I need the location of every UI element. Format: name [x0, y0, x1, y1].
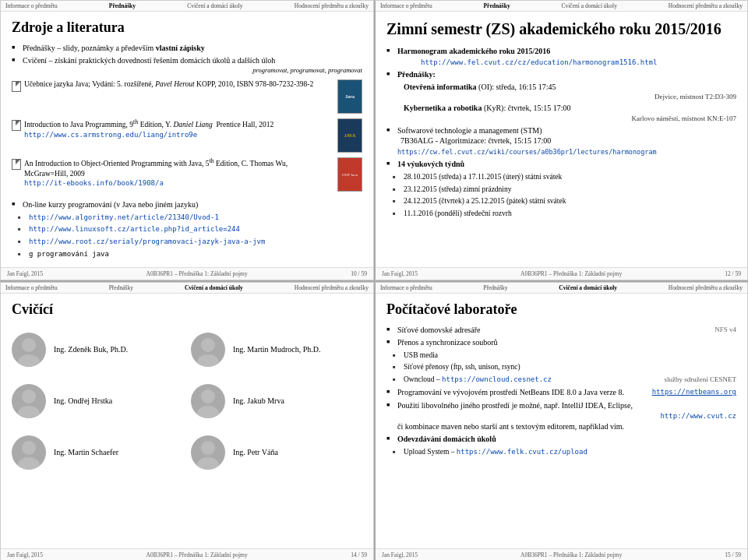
cesnet-note: služby sdružení CESNET	[665, 375, 737, 384]
slide-15-nav: Informace o předmětu Přednášky Cvičení a…	[376, 283, 747, 294]
slide-10-footer: Jan Faigl, 2015 A0B36PR1 – Přednáška 1: …	[1, 267, 373, 280]
link-liang[interactable]: http://www.cs.armstrong.edu/liang/intro9…	[24, 131, 197, 139]
photo-mudroch	[191, 333, 225, 367]
nav-item-informace-15[interactable]: Informace o předmětu	[380, 284, 432, 291]
upload-item: Upload System – https://www.felk.cvut.cz…	[386, 447, 736, 457]
avatar-mrva	[191, 384, 225, 418]
bullet-online: On-line kurzy programování (v Java nebo …	[12, 199, 362, 210]
link-linuxsoft: http://www.linuxsoft.cz/article.php?id_a…	[12, 224, 362, 234]
photo-vana	[191, 435, 225, 470]
link-netbeans[interactable]: https://netbeans.org	[652, 387, 736, 396]
photo-schaefer	[12, 435, 46, 470]
slide-14-content: Cvičící Ing. Zdeněk Buk, Ph.D.	[1, 294, 373, 548]
name-mrva: Ing. Jakub Mrva	[233, 396, 284, 405]
nav-item-cviceni-14-active[interactable]: Cvičení a domácí úkoly	[185, 284, 243, 291]
svg-point-10	[201, 441, 215, 455]
nav-item-cviceni-15-active[interactable]: Cvičení a domácí úkoly	[559, 284, 617, 291]
footer-page-15: 15 / 59	[725, 551, 741, 558]
jine-item: Použití libovolného jiného prostředí je …	[386, 400, 736, 432]
name-vana: Ing. Petr Váňa	[233, 448, 278, 456]
nav-item-informace-12[interactable]: Informace o předmětu	[380, 2, 432, 9]
nav-item-prednasky-15[interactable]: Přednášky	[483, 284, 507, 291]
slide-12-title: Zimní semestr (ZS) akademického roku 201…	[386, 19, 736, 38]
slide-10: Informace o předmětu Přednášky Cvičení a…	[0, 0, 374, 280]
kyr-info: Kybernetika a robotika (KyR): čtvrtek, 1…	[404, 103, 736, 123]
sitove-item: Síťové domovské adresáře NFS v4	[386, 325, 736, 336]
svg-point-4	[22, 389, 36, 403]
person-schaefer: Ing. Martin Schaefer	[12, 435, 183, 470]
oi-room: Dejvice, místnost T2:D3-309	[404, 92, 736, 101]
avatar-schaefer	[12, 435, 46, 470]
slide-10-nav: Informace o předmětu Přednášky Cvičení a…	[1, 1, 373, 12]
link-algoritmy: http://www.algoritmy.net/article/21340/U…	[12, 213, 362, 223]
slide-14-nav: Informace o předmětu Přednášky Cvičení a…	[1, 283, 373, 294]
nav-item-prednasky-12-active[interactable]: Přednášky	[483, 2, 510, 9]
svg-point-6	[201, 389, 215, 403]
person-mudroch: Ing. Martin Mudroch, Ph.D.	[191, 333, 362, 367]
avatar-buk	[12, 333, 46, 367]
ref-intro-java-text: Introduction to Java Programming, 9th Ed…	[24, 118, 333, 139]
nav-item-hodnoceni[interactable]: Hodnocení předmětu a zkoušky	[295, 2, 369, 9]
bullet-cviceni: Cvičení – získání praktických dovedností…	[12, 55, 362, 66]
ref-intro-java: Introduction to Java Programming, 9th Ed…	[12, 118, 362, 154]
link-cvut[interactable]: http://www.cvut.cz	[660, 412, 736, 420]
link-root: http://www.root.cz/serialy/programovaci-…	[12, 237, 362, 247]
nav-item-prednasky-active[interactable]: Přednášky	[109, 2, 136, 9]
ref-ucebnice-text: Učebnice jazyka Java; Vydání: 5. rozšíře…	[24, 79, 333, 89]
link-owncloud[interactable]: https://owncloud.cesnet.cz	[442, 375, 552, 383]
nav-item-hodnoceni-14[interactable]: Hodnocení předmětu a zkoušky	[295, 284, 369, 291]
name-hrstka: Ing. Ondřej Hrstka	[54, 396, 112, 405]
slide-12-footer: Jan Faigl, 2015 A0B36PR1 – Přednáška 1: …	[376, 267, 747, 280]
slide-14: Informace o předmětu Přednášky Cvičení a…	[0, 282, 374, 560]
slide-10-title: Zdroje a literatura	[12, 19, 362, 37]
link-harmonogram[interactable]: http://www.fel.cvut.cz/cz/education/harm…	[421, 58, 657, 66]
prazdniny: 23.12.2015 (středa) zimní prázdniny	[386, 185, 736, 195]
slide-10-main-bullets: Přednášky – slidy, poznámky a především …	[12, 43, 362, 75]
link-g: g programování java	[12, 249, 362, 259]
prednasky-item: Přednášky: Otevřená informatika (OI): st…	[386, 69, 736, 123]
stm-alg: 7B36ALG - Algoritmizace: čtvrtek, 15:15 …	[397, 136, 551, 145]
doc-icon-3	[12, 159, 21, 170]
nav-item-hodnoceni-15[interactable]: Hodnocení předmětu a zkoušky	[669, 284, 743, 291]
nav-item-hodnoceni-12[interactable]: Hodnocení předmětu a zkoušky	[669, 2, 743, 9]
link-stm[interactable]: https://cw.fel.cvut.cz/wiki/courses/a0b3…	[397, 148, 657, 156]
nav-item-prednasky-14[interactable]: Přednášky	[109, 284, 133, 291]
slide-15-bullets: Síťové domovské adresáře NFS v4 Přenos a…	[386, 325, 736, 460]
slide-14-footer: Jan Faigl, 2015 A0B36PR1 – Přednáška 1: …	[1, 548, 373, 560]
svg-point-1	[18, 354, 40, 367]
owncloud-item: Owncloud – https://owncloud.cesnet.cz sl…	[386, 375, 736, 385]
ref-ucebnice: Učebnice jazyka Java; Vydání: 5. rozšíře…	[12, 79, 362, 115]
person-hrstka: Ing. Ondřej Hrstka	[12, 384, 183, 418]
doc-icon-2	[12, 120, 21, 131]
svatek-2: 24.12.2015 (čtvrtek) a 25.12.2015 (pátek…	[386, 196, 736, 206]
link-upload[interactable]: https://www.felk.cvut.cz/upload	[457, 448, 587, 456]
name-mudroch: Ing. Martin Mudroch, Ph.D.	[233, 345, 321, 354]
svg-point-9	[18, 457, 40, 470]
slide-15-title: Počítačové laboratoře	[386, 301, 736, 319]
prenos-item: Přenos a synchronizace souborů	[386, 337, 736, 348]
link-wu[interactable]: http://it-ebooks.info/book/1908/a	[24, 179, 164, 187]
footer-center-12: A0B36PR1 – Přednáška 1: Základní pojmy	[520, 270, 622, 277]
nav-item-cviceni-12[interactable]: Cvičení a domácí úkoly	[562, 2, 617, 9]
usb-item: USB media	[386, 350, 736, 361]
slide-10-content: Zdroje a literatura Přednášky – slidy, p…	[1, 12, 373, 267]
sitove-prenosy: Síťové přenosy (ftp, ssh, unison, rsync)	[386, 362, 736, 372]
footer-page-12: 12 / 59	[725, 270, 741, 277]
svg-point-3	[197, 354, 219, 367]
doc-icon-1	[12, 81, 21, 92]
nav-item-cviceni[interactable]: Cvičení a domácí úkoly	[187, 2, 242, 9]
oi-info: Otevřená informatika (OI): středa, 16:15…	[404, 82, 736, 102]
nav-item-informace[interactable]: Informace o předmětu	[5, 2, 58, 9]
ref-an-intro: An Introduction to Object-Oriented Progr…	[12, 157, 362, 193]
harmonogram-item: Harmonogram akademického roku 2015/2016 …	[386, 46, 736, 67]
avatar-vana	[191, 435, 225, 470]
footer-author-12: Jan Faigl, 2015	[382, 270, 418, 277]
book-thumb-2: JAVA	[337, 118, 362, 153]
nav-item-informace-14[interactable]: Informace o předmětu	[5, 284, 58, 291]
name-buk: Ing. Zdeněk Buk, Ph.D.	[54, 345, 128, 354]
svg-point-0	[22, 338, 36, 352]
stm-item: Softwarové technologie a management (STM…	[386, 125, 736, 157]
footer-page: 10 / 59	[351, 270, 367, 277]
slide-12-nav: Informace o předmětu Přednášky Cvičení a…	[376, 1, 747, 12]
person-vana: Ing. Petr Váňa	[191, 435, 362, 470]
